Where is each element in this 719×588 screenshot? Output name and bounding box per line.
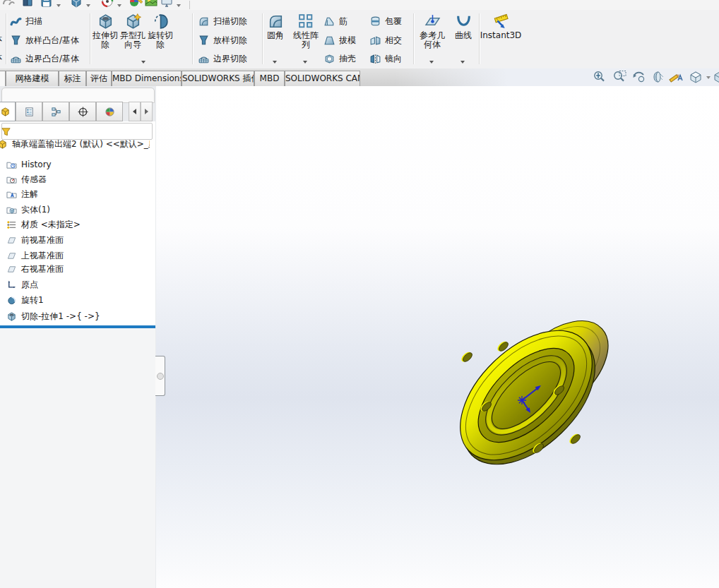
plane-icon (6, 264, 17, 275)
tab-featuremanager-tree[interactable] (0, 102, 16, 121)
dropdown-arrow[interactable] (303, 61, 307, 64)
ribbon-button-draft[interactable]: 拔模 (323, 33, 356, 47)
save-icon[interactable] (40, 0, 54, 8)
ribbon-button-boundary-boss[interactable]: 边界凸台/基体 (10, 52, 79, 66)
lofted-cut-icon (198, 35, 210, 47)
display-style-icon[interactable] (713, 70, 719, 85)
tab-dimxpert-manager[interactable] (69, 102, 96, 121)
ribbon-button-rib[interactable]: 筋 (323, 14, 347, 28)
tree-item-top-plane[interactable]: 上视基准面 (0, 248, 156, 263)
tab-annotations[interactable]: 标注 (59, 71, 86, 86)
panel-collapse-handle[interactable] (155, 356, 165, 396)
tab-mesh-modeling[interactable]: 网格建模 (6, 71, 59, 86)
clipped-label-fragment: 体 (0, 33, 4, 44)
zoom-area-icon[interactable] (612, 70, 627, 85)
tree-item-material[interactable]: 材质 <未指定> (0, 217, 156, 232)
tab-solidworks-cam[interactable]: SOLIDWORKS CAM (285, 71, 360, 86)
make-drawing-icon[interactable] (69, 0, 83, 8)
previous-view-icon[interactable] (631, 70, 647, 85)
dropdown-arrow[interactable] (117, 4, 121, 7)
right-arrow-icon (145, 109, 148, 114)
button-label: 线性阵 列 (293, 31, 319, 49)
quick-access-toolbar (0, 0, 719, 11)
ribbon-button-fillet[interactable]: 圆角 (260, 13, 291, 40)
sweep-icon (10, 16, 22, 28)
ribbon-button-intersect[interactable]: 相交 (369, 33, 402, 47)
dropdown-arrow[interactable] (706, 76, 711, 79)
tree-item-root[interactable]: 轴承端盖输出端2 (默认) <<默认>_显示 (0, 137, 150, 151)
ribbon-button-sweep[interactable]: 扫描 (10, 14, 42, 28)
button-label: 曲线 (455, 31, 472, 40)
appearance-icon[interactable] (129, 0, 143, 8)
redo-icon[interactable] (1, 0, 16, 8)
dropdown-arrow[interactable] (177, 4, 181, 7)
tree-item-history[interactable]: History (0, 157, 156, 172)
button-label: 异型孔 向导 (120, 31, 145, 49)
zoom-fit-icon[interactable] (592, 70, 607, 85)
tree-item-front-plane[interactable]: 前视基准面 (0, 233, 156, 247)
tab-mbd-dimensions[interactable]: MBD Dimensions (112, 71, 182, 86)
ribbon-button-boundary-cut[interactable]: 边界切除 (198, 52, 247, 66)
tab-features-clipped[interactable] (0, 71, 6, 86)
ribbon-button-lofted-boss[interactable]: 放样凸台/基体 (10, 33, 79, 47)
ribbon-button-hole-wizard[interactable]: 异型孔 向导 (119, 13, 147, 49)
tree-item-solid-bodies[interactable]: 实体(1) (0, 203, 156, 217)
featuremanager-tree-icon (0, 107, 11, 117)
annotation-visibility-icon[interactable] (669, 70, 684, 85)
panel-top (1, 88, 155, 103)
group-separator (192, 13, 193, 64)
tree-item-annotations[interactable]: 注解 (0, 187, 156, 201)
button-label: 拔模 (339, 35, 356, 47)
fillet-icon (267, 13, 285, 30)
display-manager-icon (105, 107, 115, 117)
swept-cut-icon (198, 16, 210, 28)
dropdown-arrow[interactable] (86, 4, 90, 7)
dropdown-arrow[interactable] (141, 61, 145, 64)
tab-mbd[interactable]: MBD (254, 71, 285, 86)
tab-evaluate[interactable]: 评估 (86, 71, 112, 86)
feature-manager-panel: 轴承端盖输出端2 (默认) <<默认>_显示 History 传感器 注解 实体… (0, 86, 157, 588)
ribbon-button-extruded-cut[interactable]: 拉伸切 除 (92, 13, 119, 49)
view-orientation-icon[interactable] (688, 70, 703, 85)
ribbon-button-curves[interactable]: 曲线 (449, 13, 477, 40)
button-label: 参考几 何体 (420, 31, 445, 49)
ribbon-button-mirror[interactable]: 镜向 (369, 52, 402, 66)
panel-tab-scroll-left[interactable] (129, 102, 141, 121)
ribbon-button-reference-geometry[interactable]: 参考几 何体 (415, 13, 449, 49)
section-view-icon[interactable] (650, 70, 666, 85)
tab-solidworks-addins[interactable]: SOLIDWORKS 插件 (182, 71, 254, 86)
solid-bodies-icon (6, 205, 17, 215)
ribbon-button-linear-pattern[interactable]: 线性阵 列 (290, 13, 321, 49)
dropdown-arrow[interactable] (273, 61, 277, 64)
rebuild-icon[interactable] (100, 0, 114, 8)
toolbar-separator (189, 1, 190, 9)
tab-configuration-manager[interactable] (42, 102, 69, 121)
boundary-cut-icon (198, 53, 210, 65)
open-icon[interactable] (21, 0, 35, 8)
tree-item-origin[interactable]: 原点 (0, 277, 156, 292)
extruded-cut-icon (97, 13, 114, 30)
dropdown-arrow[interactable] (460, 61, 465, 64)
ribbon-button-swept-cut[interactable]: 扫描切除 (198, 14, 247, 28)
ribbon-button-instant3d[interactable]: Instant3D (480, 13, 521, 40)
features-ribbon: 体 体 扫描 放样凸台/基体 边界凸台/基体 拉伸切 除 异型孔 向导 旋转切 … (0, 10, 719, 69)
tree-item-sensors[interactable]: 传感器 (0, 172, 156, 186)
button-label: 包覆 (385, 16, 402, 28)
model-3d-part[interactable] (424, 300, 636, 484)
tab-display-manager[interactable] (96, 102, 123, 121)
ribbon-button-revolved-cut[interactable]: 旋转切 除 (147, 13, 174, 49)
panel-tab-scroll-right[interactable] (141, 102, 153, 121)
button-label: 扫描切除 (213, 16, 247, 28)
ribbon-button-wrap[interactable]: 包覆 (369, 14, 402, 28)
revolve-feature-icon (6, 295, 17, 306)
tree-item-cut-extrude1[interactable]: 切除-拉伸1 ->{ ->} (0, 309, 156, 323)
tab-property-manager[interactable] (16, 102, 42, 121)
dropdown-arrow[interactable] (57, 4, 61, 7)
ribbon-button-shell[interactable]: 抽壳 (323, 52, 356, 66)
tree-item-right-plane[interactable]: 右视基准面 (0, 262, 156, 276)
tree-item-revolve1[interactable]: 旋转1 (0, 293, 156, 307)
dropdown-arrow[interactable] (429, 61, 434, 64)
display-settings-icon[interactable] (160, 0, 174, 8)
scene-icon[interactable] (144, 0, 158, 8)
ribbon-button-lofted-cut[interactable]: 放样切除 (198, 33, 247, 47)
